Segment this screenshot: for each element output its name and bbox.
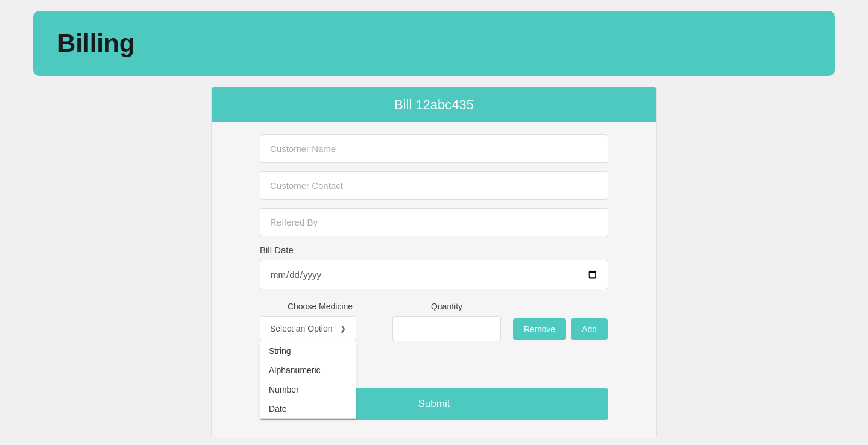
bill-id-title: Bill 12abc435 <box>224 97 644 113</box>
medicine-select-button[interactable]: Select an Option ❯ <box>260 316 356 341</box>
select-option-label: Select an Option <box>270 324 333 333</box>
add-button[interactable]: Add <box>571 318 608 340</box>
form-header: Bill 12abc435 <box>212 87 656 122</box>
form-body: Bill Date Choose Medicine Select an Opti… <box>212 122 656 438</box>
medicine-quantity-row: Choose Medicine Select an Option ❯ Strin… <box>260 301 608 341</box>
page-header: Billing <box>33 11 835 76</box>
customer-name-input[interactable] <box>260 134 608 163</box>
choose-medicine-label: Choose Medicine <box>260 301 380 311</box>
choose-medicine-col: Choose Medicine Select an Option ❯ Strin… <box>260 301 380 341</box>
dropdown-item-date[interactable]: Date <box>260 399 356 418</box>
action-buttons-col: Remove Add <box>513 301 608 341</box>
bill-date-label: Bill Date <box>260 245 608 255</box>
dropdown-item-alphanumeric[interactable]: Alphanumeric <box>260 361 356 380</box>
dropdown-item-number[interactable]: Number <box>260 380 356 399</box>
page-title: Billing <box>57 29 811 58</box>
referred-by-input[interactable] <box>260 208 608 236</box>
quantity-col: Quantity <box>392 301 501 341</box>
dropdown-item-string[interactable]: String <box>260 341 356 361</box>
quantity-label: Quantity <box>392 301 501 311</box>
bill-date-wrapper <box>260 260 608 289</box>
billing-form-container: Bill 12abc435 Bill Date Choose Medicine … <box>211 87 657 438</box>
chevron-down-icon: ❯ <box>340 324 346 333</box>
customer-contact-input[interactable] <box>260 171 608 200</box>
bill-date-input[interactable] <box>260 260 608 289</box>
medicine-dropdown-menu: String Alphanumeric Number Date <box>260 341 356 419</box>
quantity-input[interactable] <box>392 316 501 341</box>
remove-button[interactable]: Remove <box>513 318 566 340</box>
select-wrapper: Select an Option ❯ String Alphanumeric N… <box>260 316 380 341</box>
